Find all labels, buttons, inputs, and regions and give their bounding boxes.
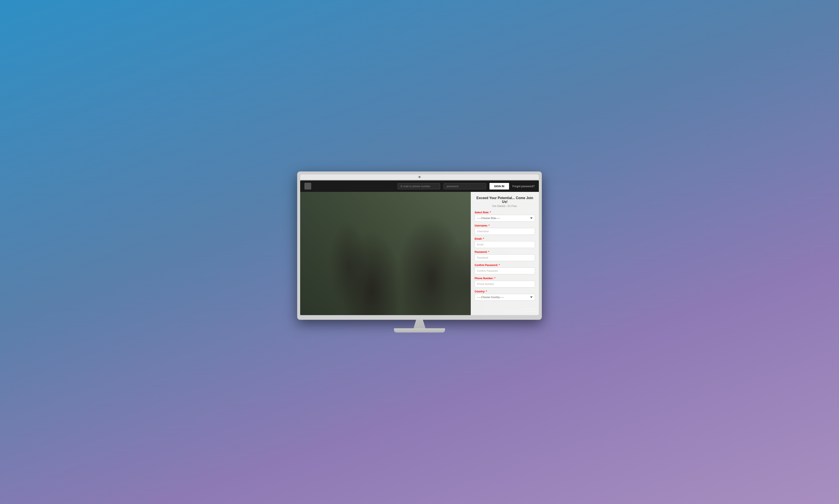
header-password-input[interactable]	[444, 183, 486, 189]
email-input[interactable]	[475, 241, 535, 248]
country-label: Country: *	[475, 290, 535, 293]
password-input[interactable]	[475, 254, 535, 261]
signup-card: Exceed Your Potential... Come Join Us! G…	[471, 192, 539, 315]
username-input[interactable]	[475, 228, 535, 235]
password-label: Password: *	[475, 251, 535, 253]
monitor-frame: SIGN IN Forgot password? Activate Window…	[297, 172, 542, 320]
phone-input[interactable]	[475, 281, 535, 287]
signin-button[interactable]: SIGN IN	[490, 183, 509, 190]
site-logo	[304, 183, 311, 190]
select-role-label: Select Role: *	[475, 211, 535, 214]
monitor-wrapper: SIGN IN Forgot password? Activate Window…	[297, 172, 542, 332]
stand-neck	[411, 320, 428, 328]
site-main: Activate Windows Go to Settings to activ…	[300, 192, 539, 315]
monitor-top-bar	[300, 175, 539, 180]
username-label: Username: *	[475, 224, 535, 227]
phone-label: Phone Number: *	[475, 277, 535, 280]
forgot-password-link[interactable]: Forgot password?	[512, 185, 535, 188]
header-email-input[interactable]	[398, 183, 440, 189]
monitor-screen: SIGN IN Forgot password? Activate Window…	[300, 180, 539, 315]
card-subtitle: Get Started - It's Free.	[475, 204, 535, 208]
monitor-stand	[394, 320, 445, 332]
email-label: Email: *	[475, 237, 535, 240]
select-role-dropdown[interactable]: -----Choose Role----- Admin Manager Empl…	[475, 215, 535, 222]
country-dropdown[interactable]: -----Choose Country----- United States U…	[475, 294, 535, 301]
site-header: SIGN IN Forgot password?	[300, 180, 539, 192]
stand-base	[394, 328, 445, 332]
confirm-password-label: Confirm Password: *	[475, 264, 535, 267]
confirm-password-input[interactable]	[475, 268, 535, 274]
monitor-camera	[418, 176, 421, 178]
card-title: Exceed Your Potential... Come Join Us!	[475, 196, 535, 204]
